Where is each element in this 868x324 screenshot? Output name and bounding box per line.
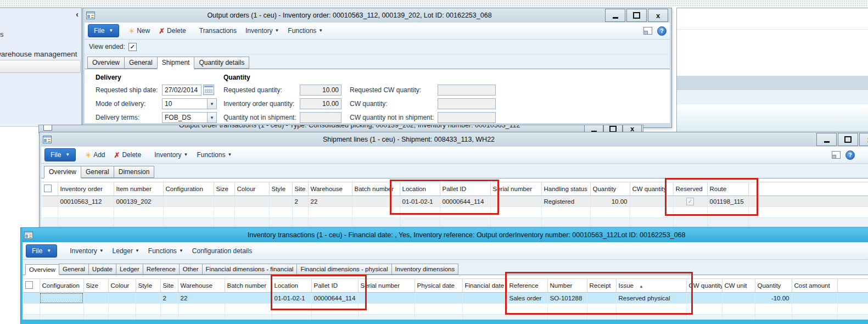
minimize-button[interactable] xyxy=(605,9,625,22)
layout-pane-icon[interactable] xyxy=(832,151,841,159)
grid-cell[interactable]: 01-01-02-1 xyxy=(400,196,440,207)
grid-cell[interactable] xyxy=(722,293,755,304)
functions-menu[interactable]: Functions▼ xyxy=(144,246,187,256)
grid-cell[interactable]: Registered xyxy=(541,196,590,207)
grid-cell[interactable] xyxy=(462,293,507,304)
select-all-checkbox[interactable] xyxy=(23,279,40,293)
grid-cell[interactable]: Sales order xyxy=(507,293,547,304)
close-button[interactable]: x xyxy=(648,9,668,22)
help-icon[interactable]: ? xyxy=(657,26,667,36)
column-header-batch-number[interactable]: Batch number xyxy=(352,182,400,196)
grid-cell[interactable] xyxy=(163,196,214,207)
grid-cell[interactable] xyxy=(214,196,234,207)
column-header-cost-amount[interactable]: Cost amount xyxy=(792,279,837,293)
close-button[interactable]: x xyxy=(859,133,868,146)
column-header-financial-date[interactable]: Financial date xyxy=(462,279,507,293)
tab-other[interactable]: Other xyxy=(179,264,203,275)
column-header-warehouse[interactable]: Warehouse xyxy=(308,182,352,196)
column-header-batch-number[interactable]: Batch number xyxy=(225,279,272,293)
functions-menu[interactable]: Functions▼ xyxy=(193,150,236,160)
grid-cell[interactable] xyxy=(108,293,136,304)
configuration-details-button[interactable]: Configuration details xyxy=(188,246,256,256)
tab-reference[interactable]: Reference xyxy=(143,264,180,275)
grid-cell[interactable]: 001198_115 xyxy=(707,196,748,207)
grid-cell[interactable]: 01-01-02-1 xyxy=(272,293,311,304)
grid-cell[interactable]: -10.00 xyxy=(755,293,792,304)
column-header-serial-number[interactable]: Serial number xyxy=(490,182,541,196)
sidebar-collapse-icon[interactable]: ‹ xyxy=(76,10,79,19)
ledger-menu[interactable]: Ledger▼ xyxy=(109,246,143,256)
grid-cell[interactable] xyxy=(40,293,83,304)
titlebar[interactable]: Shipment lines (1 - ceu) - Shipment: 008… xyxy=(41,132,868,147)
grid-cell[interactable] xyxy=(269,196,292,207)
grid-cell[interactable] xyxy=(136,293,160,304)
grid-cell[interactable] xyxy=(686,293,722,304)
column-header-warehouse[interactable]: Warehouse xyxy=(178,279,225,293)
tab-general[interactable]: General xyxy=(81,166,114,178)
grid-cell[interactable]: ✓ xyxy=(673,196,707,207)
column-header-colour[interactable]: Colour xyxy=(108,279,136,293)
column-header-quantity[interactable]: Quantity xyxy=(755,279,792,293)
tab-shipment[interactable]: Shipment xyxy=(157,57,195,69)
column-header-item-number[interactable]: Item number xyxy=(114,182,163,196)
tab-financial-dimensions-physical[interactable]: Financial dimensions - physical xyxy=(296,264,391,275)
grid-cell[interactable]: 000139_202 xyxy=(114,196,163,207)
titlebar[interactable]: Inventory transactions (1 - ceu) - Finan… xyxy=(23,228,868,242)
tab-general[interactable]: General xyxy=(59,264,89,275)
file-menu-button[interactable]: File▼ xyxy=(44,148,76,161)
transactions-menu[interactable]: Transactions xyxy=(195,26,240,36)
column-header-cw-unit[interactable]: CW unit xyxy=(722,279,755,293)
grid-cell[interactable] xyxy=(587,293,616,304)
requested-ship-date-field[interactable]: 27/02/2014 xyxy=(162,85,201,96)
chevron-down-icon[interactable]: ▼ xyxy=(207,99,216,109)
column-header-style[interactable]: Style xyxy=(136,279,160,293)
calendar-icon[interactable] xyxy=(203,85,214,95)
grid-cell[interactable]: 22 xyxy=(308,196,352,207)
add-button[interactable]: ✳Add xyxy=(81,150,109,160)
grid-cell[interactable] xyxy=(358,293,415,304)
tab-ledger[interactable]: Ledger xyxy=(116,264,143,275)
inventory-menu[interactable]: Inventory▼ xyxy=(66,246,107,256)
help-icon[interactable]: ? xyxy=(845,150,855,160)
grid-cell[interactable]: 00000644_114 xyxy=(311,293,358,304)
column-header-location[interactable]: Location xyxy=(272,279,311,293)
column-header-colour[interactable]: Colour xyxy=(234,182,269,196)
grid-cell[interactable] xyxy=(415,293,462,304)
sidebar-item-warehouse-management[interactable]: warehouse management xyxy=(0,50,77,58)
column-header-quantity[interactable]: Quantity xyxy=(590,182,630,196)
new-button[interactable]: ✳New xyxy=(125,26,154,36)
grid-cell[interactable]: 00010563_112 xyxy=(58,196,114,207)
column-header-size[interactable]: Size xyxy=(214,182,234,196)
column-header-cw-quantity[interactable]: CW quantity xyxy=(686,279,722,293)
grid-cell[interactable] xyxy=(490,196,541,207)
column-header-site[interactable]: Site xyxy=(160,279,178,293)
column-header-size[interactable]: Size xyxy=(83,279,108,293)
tab-inventory-dimensions[interactable]: Inventory dimensions xyxy=(391,264,459,275)
grid-cell[interactable] xyxy=(225,293,272,304)
functions-menu[interactable]: Functions▼ xyxy=(284,26,327,36)
column-header-inventory-order[interactable]: Inventory order xyxy=(58,182,114,196)
tab-overview[interactable]: Overview xyxy=(87,57,125,69)
tab-quantity-details[interactable]: Quantity details xyxy=(194,57,249,69)
grid-cell[interactable] xyxy=(352,196,400,207)
column-header-serial-number[interactable]: Serial number xyxy=(358,279,415,293)
column-header-receipt[interactable]: Receipt xyxy=(587,279,616,293)
column-header-location[interactable]: Location xyxy=(400,182,440,196)
grid-row[interactable]: 00010563_112000139_20222201-01-02-100000… xyxy=(42,196,868,207)
row-selector[interactable] xyxy=(23,293,40,304)
grid-cell[interactable]: 2 xyxy=(292,196,308,207)
mode-of-delivery-select[interactable]: 10▼ xyxy=(162,98,217,109)
delete-button[interactable]: ✗Delete xyxy=(155,26,190,36)
sidebar-button[interactable] xyxy=(0,60,81,73)
column-header-route[interactable]: Route xyxy=(707,182,748,196)
tab-financial-dimensions-financial[interactable]: Financial dimensions - financial xyxy=(202,264,298,275)
column-header-pallet-id[interactable]: Pallet ID xyxy=(311,279,358,293)
column-header-handling-status[interactable]: Handling status xyxy=(541,182,590,196)
tab-general[interactable]: General xyxy=(124,57,158,69)
grid-cell[interactable] xyxy=(83,293,108,304)
grid-cell[interactable]: 2 xyxy=(160,293,178,304)
column-header-cw-quantity[interactable]: CW quantity xyxy=(630,182,673,196)
grid-row[interactable]: 22201-01-02-100000644_114Sales orderSO-1… xyxy=(23,293,868,304)
column-header-reserved[interactable]: Reserved xyxy=(673,182,707,196)
layout-pane-icon[interactable] xyxy=(643,27,652,35)
